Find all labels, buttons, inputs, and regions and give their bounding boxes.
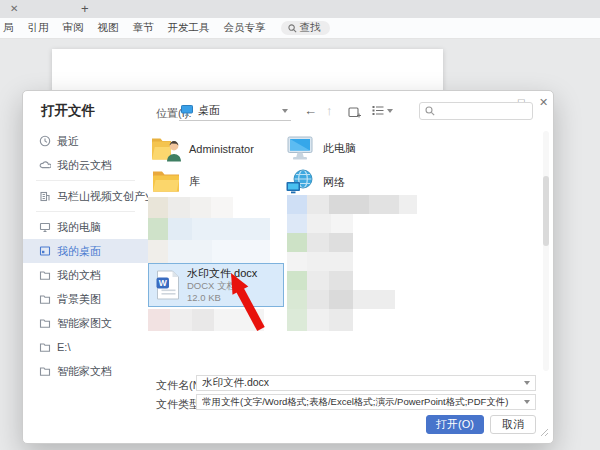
redacted-files-mosaic bbox=[148, 197, 270, 263]
view-mode-button[interactable] bbox=[372, 105, 393, 116]
sidebar-item-bg-images[interactable]: 背景美图 bbox=[23, 287, 148, 311]
filetype-value: 常用文件(文字/Word格式;表格/Excel格式;演示/PowerPoint格… bbox=[202, 396, 509, 409]
dialog-title: 打开文件 bbox=[41, 102, 95, 120]
building-icon bbox=[39, 190, 51, 202]
new-folder-button[interactable] bbox=[348, 105, 362, 123]
location-dropdown[interactable]: 桌面 bbox=[179, 101, 291, 121]
new-folder-icon bbox=[348, 106, 362, 119]
user-folder-icon bbox=[151, 135, 181, 162]
folder-icon bbox=[39, 293, 51, 305]
sidebar-item-org[interactable]: 马栏山视频文创产业园 bbox=[23, 184, 148, 208]
file-item-administrator[interactable]: Administrator bbox=[151, 135, 254, 162]
sidebar-item-label: 我的文档 bbox=[57, 268, 101, 283]
back-button[interactable]: ← bbox=[304, 103, 317, 118]
sidebar-item-label: 我的云文档 bbox=[57, 158, 112, 173]
sidebar-item-recent[interactable]: 最近 bbox=[23, 129, 148, 153]
menu-item-layout[interactable]: 局 bbox=[3, 21, 14, 35]
computer-icon bbox=[39, 221, 51, 233]
redacted-files-mosaic bbox=[148, 309, 264, 331]
menu-item-references[interactable]: 引用 bbox=[28, 21, 49, 35]
dialog-sidebar: 最近 我的云文档 马栏山视频文创产业园 我的电脑 我的桌面 我的文档 背景美图 bbox=[23, 129, 148, 383]
redacted-files-mosaic bbox=[287, 195, 417, 331]
filename-value: 水印文件.docx bbox=[202, 376, 269, 390]
tab-close-icon[interactable]: ✕ bbox=[10, 3, 18, 14]
menu-item-devtools[interactable]: 开发工具 bbox=[168, 21, 210, 35]
chevron-down-icon bbox=[524, 381, 530, 385]
selected-file-type: DOCX 文档 bbox=[187, 280, 257, 292]
resize-grip[interactable] bbox=[540, 428, 549, 437]
menu-bar: 局 引用 审阅 视图 章节 开发工具 会员专享 查找 bbox=[0, 18, 600, 39]
menu-item-sections[interactable]: 章节 bbox=[133, 21, 154, 35]
search-icon bbox=[288, 24, 297, 33]
chevron-down-icon bbox=[524, 400, 530, 404]
up-button[interactable]: ↑ bbox=[326, 103, 333, 118]
menu-item-view[interactable]: 视图 bbox=[98, 21, 119, 35]
network-icon bbox=[285, 169, 315, 196]
scrollbar-thumb[interactable] bbox=[543, 176, 549, 246]
location-value: 桌面 bbox=[198, 103, 220, 118]
search-input[interactable] bbox=[439, 105, 529, 118]
filetype-dropdown[interactable]: 常用文件(文字/Word格式;表格/Excel格式;演示/PowerPoint格… bbox=[196, 394, 536, 410]
chevron-down-icon bbox=[282, 109, 288, 113]
sidebar-item-cloud-docs[interactable]: 我的云文档 bbox=[23, 153, 148, 177]
sidebar-item-drive-e[interactable]: E:\ bbox=[23, 335, 148, 359]
sidebar-item-label: 智能家图文 bbox=[57, 316, 112, 331]
selected-file-name: 水印文件.docx bbox=[187, 266, 257, 280]
find-button[interactable]: 查找 bbox=[281, 21, 330, 35]
close-icon[interactable]: ✕ bbox=[539, 96, 548, 109]
desktop-mini-icon bbox=[181, 105, 193, 116]
folder-icon bbox=[39, 317, 51, 329]
svg-text:W: W bbox=[159, 278, 168, 288]
sidebar-item-label: 最近 bbox=[57, 134, 79, 149]
open-button[interactable]: 打开(O) bbox=[426, 415, 484, 434]
pc-icon bbox=[285, 135, 315, 162]
sidebar-item-my-computer[interactable]: 我的电脑 bbox=[23, 215, 148, 239]
sidebar-item-label: 我的电脑 bbox=[57, 220, 101, 235]
open-file-dialog: 打开文件 □ ✕ 最近 我的云文档 马栏山视频文创产业园 我的电脑 我的桌面 我… bbox=[22, 90, 554, 444]
sidebar-item-label: 马栏山视频文创产业园 bbox=[57, 189, 148, 204]
file-item-libraries[interactable]: 库 bbox=[151, 169, 200, 194]
selected-file-size: 12.0 KB bbox=[187, 292, 257, 304]
folder-icon bbox=[39, 269, 51, 281]
sidebar-item-label: 背景美图 bbox=[57, 292, 101, 307]
sidebar-item-label: E:\ bbox=[57, 341, 70, 353]
folder-icon bbox=[151, 169, 181, 194]
new-tab-icon[interactable]: + bbox=[81, 1, 89, 16]
folder-icon bbox=[39, 365, 51, 377]
file-item-label: 此电脑 bbox=[323, 141, 356, 156]
clock-icon bbox=[39, 135, 51, 147]
file-item-this-pc[interactable]: 此电脑 bbox=[285, 135, 356, 162]
sidebar-item-my-desktop[interactable]: 我的桌面 bbox=[23, 239, 148, 263]
filename-dropdown[interactable]: 水印文件.docx bbox=[196, 375, 536, 391]
desktop-icon bbox=[39, 245, 51, 257]
cloud-icon bbox=[39, 159, 51, 171]
file-item-label: 网络 bbox=[323, 175, 345, 190]
folder-icon bbox=[39, 341, 51, 353]
sidebar-divider bbox=[36, 211, 135, 212]
sidebar-item-label: 我的桌面 bbox=[57, 244, 101, 259]
menu-item-review[interactable]: 审阅 bbox=[63, 21, 84, 35]
search-icon bbox=[425, 106, 435, 116]
tab-bar: ✕ + bbox=[0, 0, 600, 18]
sidebar-item-my-documents[interactable]: 我的文档 bbox=[23, 263, 148, 287]
sidebar-divider bbox=[36, 180, 135, 181]
cancel-button[interactable]: 取消 bbox=[490, 415, 536, 434]
file-item-label: Administrator bbox=[189, 143, 254, 155]
selected-file-item[interactable]: W 水印文件.docx DOCX 文档 12.0 KB bbox=[148, 263, 284, 307]
list-scrollbar[interactable] bbox=[543, 131, 549, 371]
file-item-network[interactable]: 网络 bbox=[285, 169, 345, 196]
list-view-icon bbox=[372, 105, 384, 116]
find-label: 查找 bbox=[300, 21, 321, 35]
sidebar-item-smarthome-docs[interactable]: 智能家文档 bbox=[23, 359, 148, 383]
search-box bbox=[419, 102, 533, 120]
file-item-label: 库 bbox=[189, 174, 200, 189]
sidebar-item-smarthome-graphics[interactable]: 智能家图文 bbox=[23, 311, 148, 335]
chevron-down-icon bbox=[387, 109, 393, 113]
docx-file-icon: W bbox=[155, 270, 180, 300]
menu-item-member[interactable]: 会员专享 bbox=[224, 21, 266, 35]
sidebar-item-label: 智能家文档 bbox=[57, 364, 112, 379]
